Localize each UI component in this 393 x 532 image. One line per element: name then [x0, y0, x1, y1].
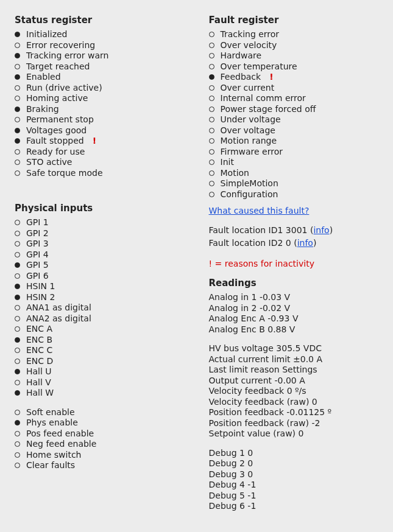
phys-item-gpi-3: GPI 3 [15, 239, 185, 250]
fault-item-label: Firmware error [221, 147, 283, 158]
fault-item-label: Feedback [221, 72, 261, 83]
reading-velocity-feedback: Velocity feedback 0 º/s [209, 386, 379, 397]
fault-item-label: Power stage forced off [221, 104, 316, 115]
status-dot-icon [15, 305, 20, 310]
fault-location-1: Fault location ID1 3001 (info) [209, 225, 379, 236]
readings-title: Readings [209, 278, 379, 289]
fault-item-label: Internal comm error [221, 93, 306, 104]
status-item-initialized: Initialized [15, 29, 185, 40]
status-dot-icon [15, 43, 20, 48]
fault-item-feedback: Feedback! [209, 72, 379, 83]
fault-item-over-velocity: Over velocity [209, 40, 379, 51]
phys-item-gpi-1: GPI 1 [15, 217, 185, 228]
readings-group-1: Analog in 1 -0.03 VAnalog in 2 -0.02 VAn… [209, 292, 379, 335]
status-dot-icon [15, 128, 20, 133]
status-dot-icon [15, 32, 20, 37]
status-dot-icon [15, 220, 20, 225]
status-item-error-recovering: Error recovering [15, 40, 185, 51]
status-dot-icon [209, 43, 214, 48]
status-dot-icon [15, 326, 20, 332]
status-dot-icon [15, 390, 20, 396]
fault-item-label: Tracking error [221, 29, 280, 40]
fault-loc2-value: 0 [286, 238, 291, 248]
fault-loc1-label: Fault location ID1 [209, 225, 286, 235]
phys-item-label: Phys enable [26, 418, 78, 429]
status-item-label: Fault stopped [26, 136, 84, 147]
status-dot-icon [15, 369, 20, 374]
phys-item-label: Home switch [26, 450, 82, 461]
fault-item-motion: Motion [209, 168, 379, 179]
physical-inputs-list: GPI 1GPI 2GPI 3GPI 4GPI 5GPI 6HSIN 1HSIN… [15, 217, 185, 399]
status-item-homing-active: Homing active [15, 93, 185, 104]
reading-actual-current-limit: Actual current limit ±0.0 A [209, 354, 379, 365]
phys-item-pos-feed-enable: Pos feed enable [15, 429, 185, 439]
right-column: Fault register Tracking errorOver veloci… [209, 15, 379, 512]
phys-item-label: GPI 4 [26, 250, 49, 261]
fault-item-label: Over temperature [221, 61, 297, 72]
phys-item-enc-c: ENC C [15, 345, 185, 356]
status-dot-icon [209, 107, 214, 112]
status-dot-icon [15, 348, 20, 353]
phys-item-label: GPI 2 [26, 228, 49, 239]
reading-setpoint-value-raw: Setpoint value (raw) 0 [209, 429, 379, 439]
phys-item-gpi-4: GPI 4 [15, 250, 185, 261]
phys-item-neg-feed-enable: Neg feed enable [15, 439, 185, 450]
status-item-label: STO active [26, 157, 72, 168]
status-dot-icon [15, 295, 20, 300]
status-dot-icon [15, 159, 20, 165]
phys-item-label: ENC A [26, 324, 52, 335]
phys-item-label: GPI 5 [26, 260, 49, 271]
status-item-fault-stopped: Fault stopped! [15, 136, 185, 147]
status-item-run-drive-active: Run (drive active) [15, 83, 185, 94]
fault-loc1-value: 3001 [286, 225, 308, 235]
phys-item-hall-v: Hall V [15, 377, 185, 388]
status-dot-icon [15, 138, 20, 144]
reading-debug-3: Debug 3 0 [209, 469, 379, 480]
reading-debug-6: Debug 6 -1 [209, 501, 379, 512]
fault-item-label: Over voltage [221, 125, 275, 136]
phys-item-label: HSIN 2 [26, 292, 55, 303]
phys-item-enc-b: ENC B [15, 335, 185, 346]
reading-position-feedback: Position feedback -0.01125 º [209, 407, 379, 418]
phys-item-label: ENC B [26, 335, 52, 346]
fault-item-internal-comm-error: Internal comm error [209, 93, 379, 104]
fault-item-over-temperature: Over temperature [209, 61, 379, 72]
fault-loc2-info-link[interactable]: info [297, 238, 313, 248]
status-dot-icon [209, 117, 214, 122]
fault-loc1-info-link[interactable]: info [313, 225, 329, 235]
phys-item-enc-a: ENC A [15, 324, 185, 335]
reading-output-current: Output current -0.00 A [209, 376, 379, 387]
status-dot-icon [15, 231, 20, 236]
readings-group-2: HV bus voltage 305.5 VDCActual current l… [209, 343, 379, 439]
status-item-ready-for-use: Ready for use [15, 147, 185, 158]
phys-item-label: ANA1 as digital [26, 303, 91, 313]
reading-debug-5: Debug 5 -1 [209, 491, 379, 502]
phys-item-hall-u: Hall U [15, 366, 185, 377]
status-item-label: Braking [26, 104, 59, 115]
status-dot-icon [15, 117, 20, 122]
reading-position-feedback-raw: Position feedback (raw) -2 [209, 418, 379, 429]
fault-item-tracking-error: Tracking error [209, 29, 379, 40]
status-item-voltages-good: Voltages good [15, 125, 185, 136]
fault-register-list: Tracking errorOver velocityHardwareOver … [209, 29, 379, 200]
phys-item-clear-faults: Clear faults [15, 460, 185, 471]
status-dot-icon [15, 431, 20, 436]
status-dot-icon [209, 149, 214, 155]
status-dot-icon [15, 316, 20, 321]
status-item-permanent-stop: Permanent stop [15, 114, 185, 125]
reading-analog-in-1: Analog in 1 -0.03 V [209, 292, 379, 303]
physical-inputs-title: Physical inputs [15, 203, 185, 214]
phys-item-label: Soft enable [26, 407, 75, 418]
status-dot-icon [209, 159, 214, 165]
status-dot-icon [15, 441, 20, 447]
status-register-title: Status register [15, 15, 185, 26]
status-item-label: Voltages good [26, 125, 87, 136]
phys-item-gpi-6: GPI 6 [15, 271, 185, 282]
phys-item-label: GPI 6 [26, 271, 49, 282]
reading-hv-bus-voltage: HV bus voltage 305.5 VDC [209, 343, 379, 354]
status-dot-icon [209, 96, 214, 101]
fault-item-over-current: Over current [209, 83, 379, 94]
phys-item-gpi-5: GPI 5 [15, 260, 185, 271]
status-item-label: Permanent stop [26, 114, 94, 125]
fault-cause-link[interactable]: What caused this fault? [209, 206, 310, 215]
